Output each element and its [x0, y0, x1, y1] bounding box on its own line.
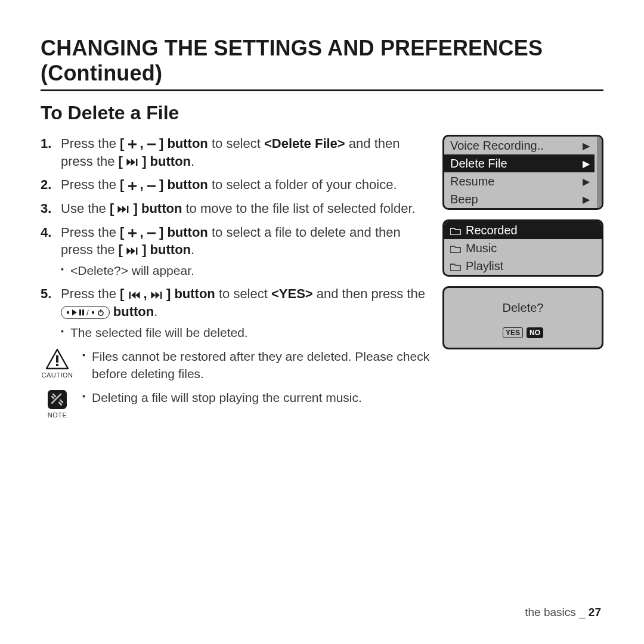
caution-text: Files cannot be restored after they are … [82, 348, 435, 382]
next-track-icon [126, 247, 138, 255]
menu-item: Beep▶ [444, 190, 595, 208]
dialog-question: Delete? [450, 301, 596, 315]
page-footer: the basics _ 27 [525, 606, 601, 619]
folder-item: Playlist [444, 257, 602, 275]
instruction-column: Press the [ , ] button to select <Delete… [41, 135, 435, 426]
step-5-note: The selected file will be deleted. [61, 324, 435, 341]
settings-menu-screen: Voice Recording..▶Delete File▶Resume▶Bee… [442, 135, 603, 210]
note-text: Deleting a file will stop playing the cu… [82, 389, 435, 406]
folder-list-screen: RecordedMusicPlaylist [442, 219, 603, 277]
menu-item: Resume▶ [444, 172, 595, 190]
menu-item: Delete File▶ [444, 154, 595, 172]
scrollbar [597, 137, 602, 208]
delete-dialog-screen: Delete? YES NO [442, 286, 603, 349]
step-2: Press the [ , ] button to select a folde… [41, 176, 435, 194]
device-screens-column: Voice Recording..▶Delete File▶Resume▶Bee… [442, 135, 603, 426]
step-5: Press the [ , ] button to select <YES> a… [41, 285, 435, 341]
step-4-note: <Delete?> will appear. [61, 262, 435, 279]
step-3: Use the [ ] button to move to the file l… [41, 200, 435, 218]
section-title: To Delete a File [41, 102, 603, 124]
prev-track-icon [128, 292, 140, 299]
caution-icon [45, 348, 69, 370]
page-title: CHANGING THE SETTINGS AND PREFERENCES (C… [41, 36, 603, 91]
step-1: Press the [ , ] button to select <Delete… [41, 135, 435, 170]
dialog-yes: YES [503, 327, 523, 338]
caution-block: CAUTION Files cannot be restored after t… [41, 348, 435, 383]
note-icon [47, 389, 67, 410]
folder-item: Music [444, 239, 602, 257]
folder-item: Recorded [444, 221, 602, 239]
plus-icon [128, 182, 137, 190]
plus-icon [128, 229, 137, 237]
note-block: NOTE Deleting a file will stop playing t… [41, 389, 435, 420]
minus-icon [147, 140, 156, 148]
plus-icon [128, 140, 137, 148]
next-track-icon [117, 206, 129, 213]
next-track-icon [151, 292, 163, 299]
play-power-button-icon: / [61, 306, 110, 319]
step-4: Press the [ , ] button to select a file … [41, 224, 435, 280]
minus-icon [147, 229, 156, 237]
menu-item: Voice Recording..▶ [444, 137, 595, 154]
minus-icon [147, 182, 156, 190]
dialog-no: NO [527, 327, 543, 338]
next-track-icon [126, 159, 138, 166]
